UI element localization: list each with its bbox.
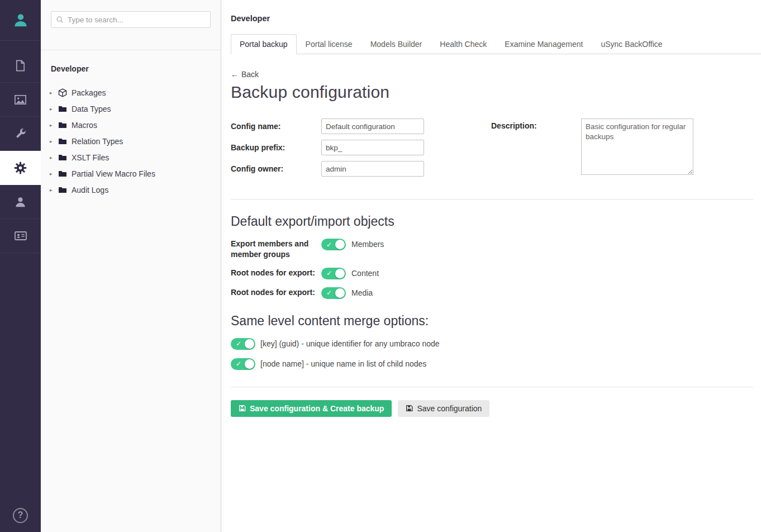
merge-key-guid-row: ✓ [key] (guid) - unique identifier for a…	[231, 338, 753, 350]
export-members-row: Export members and member groups ✓ Membe…	[231, 239, 753, 260]
save-and-create-backup-label: Save configuration & Create backup	[250, 404, 384, 413]
section-users[interactable]	[0, 185, 41, 219]
tab-portal-backup[interactable]: Portal backup	[231, 34, 297, 54]
backup-prefix-row: Backup prefix:	[231, 140, 491, 155]
rail-flex-spacer	[0, 253, 41, 498]
check-icon: ✓	[236, 360, 241, 367]
button-row: Save configuration & Create backup Save …	[231, 400, 753, 417]
backup-prefix-input[interactable]	[321, 140, 424, 155]
section-media[interactable]	[0, 83, 41, 117]
package-icon	[58, 88, 68, 97]
merge-section-title: Same level content merge options:	[231, 314, 753, 329]
save-configuration-label: Save configuration	[417, 404, 482, 413]
image-icon	[14, 93, 27, 106]
toggle-content-text: Content	[351, 268, 379, 278]
folder-icon	[58, 120, 68, 130]
config-owner-label: Config owner:	[231, 164, 321, 173]
check-icon: ✓	[326, 270, 332, 277]
tab-models-builder[interactable]: Models Builder	[362, 34, 431, 54]
tree-item-macros[interactable]: ▸ Macros	[50, 117, 212, 133]
tree-item-packages[interactable]: ▸ Packages	[50, 84, 212, 101]
page-section-title: Developer	[231, 14, 761, 23]
caret-icon[interactable]: ▸	[50, 90, 58, 96]
user-avatar[interactable]	[0, 0, 41, 41]
section-developer[interactable]	[0, 151, 41, 185]
export-media-row: Root nodes for export: ✓ Media	[231, 287, 753, 299]
caret-icon[interactable]: ▸	[50, 155, 58, 160]
folder-icon	[58, 104, 68, 113]
save-icon	[406, 405, 413, 412]
save-configuration-button[interactable]: Save configuration	[398, 400, 489, 417]
document-icon	[14, 59, 27, 72]
form-right-column: Description: Basic configuration for reg…	[491, 118, 693, 175]
tab-usync-backoffice[interactable]: uSync BackOffice	[592, 34, 671, 54]
gear-icon	[13, 161, 27, 175]
merge-key-guid-text: [key] (guid) - unique identifier for any…	[260, 339, 440, 348]
save-and-create-backup-button[interactable]: Save configuration & Create backup	[231, 400, 392, 417]
id-card-icon	[14, 229, 27, 243]
tree-item-relation-types[interactable]: ▸ Relation Types	[50, 133, 212, 149]
avatar-person-icon	[12, 12, 29, 28]
divider	[231, 387, 753, 387]
tree-item-label: Relation Types	[72, 137, 123, 146]
config-owner-input[interactable]	[321, 161, 424, 177]
toggle-media[interactable]: ✓	[321, 287, 346, 299]
export-content-row: Root nodes for export: ✓ Content	[231, 268, 753, 279]
tree-list: ▸ Packages ▸ Data Types ▸	[50, 84, 212, 198]
folder-icon	[58, 169, 68, 178]
caret-icon[interactable]: ▸	[50, 122, 58, 128]
section-content[interactable]	[0, 49, 41, 83]
root-nodes-content-label: Root nodes for export:	[231, 268, 321, 278]
folder-icon	[58, 153, 68, 162]
section-members[interactable]	[0, 219, 41, 253]
toggle-members-text: Members	[351, 239, 384, 249]
main-panel: Developer Portal backup Portal license M…	[221, 0, 761, 532]
check-icon: ✓	[326, 241, 332, 248]
toggle-knob	[245, 339, 254, 349]
back-link[interactable]: ← Back	[231, 70, 259, 79]
toggle-members[interactable]: ✓	[321, 239, 346, 250]
toggle-key-guid[interactable]: ✓	[231, 338, 255, 350]
caret-icon[interactable]: ▸	[50, 139, 58, 144]
tree-item-data-types[interactable]: ▸ Data Types	[50, 101, 212, 117]
caret-icon[interactable]: ▸	[50, 106, 58, 112]
sidebar-search-area	[41, 0, 221, 50]
section-settings[interactable]	[0, 117, 41, 151]
caret-icon[interactable]: ▸	[50, 187, 58, 193]
config-owner-row: Config owner:	[231, 161, 491, 177]
tree-item-audit-logs[interactable]: ▸ Audit Logs	[50, 182, 212, 198]
help-button[interactable]: ?	[0, 498, 41, 532]
search-box	[51, 11, 211, 28]
description-textarea[interactable]: Basic configuration for regular backups	[581, 118, 693, 175]
save-icon	[239, 405, 246, 412]
config-name-input[interactable]	[321, 118, 424, 134]
merge-node-name-text: [node name] - unique name in list of chi…	[260, 359, 426, 368]
toggle-knob	[335, 240, 345, 249]
caret-icon[interactable]: ▸	[50, 171, 58, 177]
root-nodes-media-label: Root nodes for export:	[231, 287, 321, 298]
config-name-row: Config name:	[231, 118, 491, 134]
form-left-column: Config name: Backup prefix: Config owner…	[231, 118, 491, 182]
person-icon	[14, 196, 27, 208]
tree-panel: Developer ▸ Packages ▸ Data Types	[41, 50, 221, 198]
toggle-node-name[interactable]: ✓	[231, 358, 255, 370]
wrench-icon	[14, 127, 27, 140]
toggle-media-text: Media	[351, 287, 373, 297]
tree-item-label: Packages	[72, 88, 106, 97]
merge-node-name-row: ✓ [node name] - unique name in list of c…	[231, 358, 753, 370]
search-input[interactable]	[68, 16, 206, 24]
folder-icon	[58, 185, 68, 194]
sidebar-section-title: Developer	[51, 64, 212, 73]
tree-item-partial-view-macro-files[interactable]: ▸ Partial View Macro Files	[50, 165, 212, 182]
tree-item-label: Macros	[72, 121, 97, 130]
toggle-knob	[245, 359, 254, 369]
tab-examine-management[interactable]: Examine Management	[496, 34, 592, 54]
description-label: Description:	[491, 118, 581, 130]
tab-health-check[interactable]: Health Check	[431, 34, 496, 54]
tree-item-xslt-files[interactable]: ▸ XSLT Files	[50, 149, 212, 165]
tree-item-label: Partial View Macro Files	[72, 169, 155, 178]
folder-icon	[58, 136, 68, 146]
tab-portal-license[interactable]: Portal license	[297, 34, 362, 54]
toggle-content[interactable]: ✓	[321, 268, 346, 279]
config-name-label: Config name:	[231, 122, 321, 131]
